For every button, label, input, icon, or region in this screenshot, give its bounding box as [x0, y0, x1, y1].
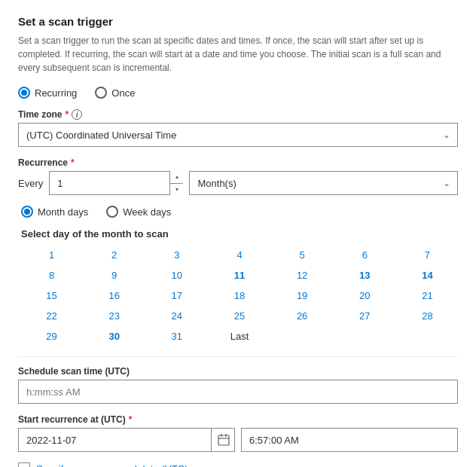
end-date-row: Specify recurrence end date (UTC) — [18, 462, 458, 467]
calendar-day-19[interactable]: 19 — [272, 286, 333, 305]
calendar-day-24[interactable]: 24 — [146, 307, 207, 325]
calendar-day-4[interactable]: 4 — [209, 246, 270, 264]
svg-rect-0 — [218, 435, 229, 445]
divider — [18, 356, 458, 357]
timezone-select-wrapper: (UTC) Coordinated Universal Time ⌄ — [18, 123, 458, 147]
date-input[interactable] — [18, 428, 235, 452]
start-time-input[interactable] — [241, 428, 458, 452]
month-days-radio-label[interactable]: Month days — [21, 206, 88, 218]
start-recurrence-label: Start recurrence at (UTC) * — [18, 414, 458, 425]
calendar-empty-cell — [272, 327, 333, 346]
calendar-empty-cell — [334, 327, 395, 346]
scan-time-field: Schedule scan time (UTC) — [18, 366, 458, 404]
start-recurrence-required: * — [129, 414, 133, 425]
calendar-day-27[interactable]: 27 — [334, 307, 395, 325]
calendar-day-1[interactable]: 1 — [21, 246, 82, 264]
recurrence-row: Every ▴ ▾ Month(s) Week(s) Day(s) ⌄ — [18, 171, 458, 195]
timezone-required: * — [65, 109, 69, 120]
recurrence-label: Recurrence * — [18, 157, 458, 168]
calendar-day-18[interactable]: 18 — [209, 286, 270, 305]
once-radio-label[interactable]: Once — [95, 87, 135, 99]
calendar-day-12[interactable]: 12 — [272, 266, 333, 285]
recurrence-required: * — [71, 157, 75, 168]
week-days-radio[interactable] — [106, 206, 118, 218]
calendar-section: Select day of the month to scan 12345678… — [21, 228, 458, 346]
calendar-day-last[interactable]: Last — [209, 327, 270, 346]
recurring-label: Recurring — [35, 87, 77, 99]
calendar-day-22[interactable]: 22 — [21, 307, 82, 325]
timezone-info-icon[interactable]: i — [72, 109, 82, 120]
calendar-day-31[interactable]: 31 — [146, 327, 207, 346]
calendar-day-8[interactable]: 8 — [21, 266, 82, 285]
every-number-wrapper: ▴ ▾ — [49, 171, 183, 195]
scan-time-wrapper — [18, 380, 458, 404]
calendar-day-7[interactable]: 7 — [397, 246, 458, 264]
week-days-radio-label[interactable]: Week days — [106, 206, 171, 218]
timezone-field: Time zone * i (UTC) Coordinated Universa… — [18, 109, 458, 147]
calendar-day-10[interactable]: 10 — [146, 266, 207, 285]
scan-time-label: Schedule scan time (UTC) — [18, 366, 458, 377]
once-label: Once — [111, 87, 135, 99]
period-select-wrapper: Month(s) Week(s) Day(s) ⌄ — [189, 171, 458, 195]
timezone-label: Time zone * i — [18, 109, 458, 120]
period-select[interactable]: Month(s) Week(s) Day(s) — [189, 171, 458, 195]
month-days-label: Month days — [38, 206, 88, 218]
calendar-day-13[interactable]: 13 — [334, 266, 395, 285]
date-wrapper — [18, 428, 235, 452]
month-days-radio[interactable] — [21, 206, 33, 218]
calendar-day-30[interactable]: 30 — [84, 327, 145, 346]
timezone-select[interactable]: (UTC) Coordinated Universal Time — [18, 123, 458, 147]
week-days-label: Week days — [123, 206, 171, 218]
calendar-day-15[interactable]: 15 — [21, 286, 82, 305]
day-type-row: Month days Week days — [21, 206, 458, 218]
page-title: Set a scan trigger — [18, 15, 458, 28]
calendar-day-16[interactable]: 16 — [84, 286, 145, 305]
spin-buttons: ▴ ▾ — [169, 171, 183, 195]
calendar-day-11[interactable]: 11 — [209, 266, 270, 285]
calendar-day-23[interactable]: 23 — [84, 307, 145, 325]
spin-down-button[interactable]: ▾ — [170, 184, 183, 196]
calendar-day-29[interactable]: 29 — [21, 327, 82, 346]
recurring-radio[interactable] — [18, 87, 30, 99]
calendar-day-20[interactable]: 20 — [334, 286, 395, 305]
calendar-day-25[interactable]: 25 — [209, 307, 270, 325]
calendar-day-17[interactable]: 17 — [146, 286, 207, 305]
trigger-type-group: Recurring Once — [18, 87, 458, 99]
page-description: Set a scan trigger to run the scan at sp… — [18, 34, 458, 75]
start-recurrence-row — [18, 428, 458, 452]
calendar-day-21[interactable]: 21 — [397, 286, 458, 305]
calendar-day-9[interactable]: 9 — [84, 266, 145, 285]
calendar-icon[interactable] — [211, 428, 235, 452]
calendar-day-28[interactable]: 28 — [397, 307, 458, 325]
calendar-day-26[interactable]: 26 — [272, 307, 333, 325]
once-radio[interactable] — [95, 87, 107, 99]
calendar-empty-cell — [397, 327, 458, 346]
calendar-day-6[interactable]: 6 — [334, 246, 395, 264]
end-date-label[interactable]: Specify recurrence end date (UTC) — [36, 463, 188, 468]
calendar-label: Select day of the month to scan — [21, 228, 458, 240]
spin-up-button[interactable]: ▴ — [170, 171, 183, 184]
calendar-day-14[interactable]: 14 — [397, 266, 458, 285]
recurring-radio-label[interactable]: Recurring — [18, 87, 77, 99]
end-date-checkbox[interactable] — [18, 462, 30, 467]
every-number-input[interactable] — [49, 171, 183, 195]
every-label: Every — [18, 178, 43, 189]
start-time-wrapper — [241, 428, 458, 452]
calendar-grid: 1234567891011121314151617181920212223242… — [21, 246, 458, 346]
calendar-day-5[interactable]: 5 — [272, 246, 333, 264]
scan-time-input[interactable] — [18, 380, 458, 404]
start-recurrence-field: Start recurrence at (UTC) * — [18, 414, 458, 452]
calendar-day-2[interactable]: 2 — [84, 246, 145, 264]
calendar-day-3[interactable]: 3 — [146, 246, 207, 264]
